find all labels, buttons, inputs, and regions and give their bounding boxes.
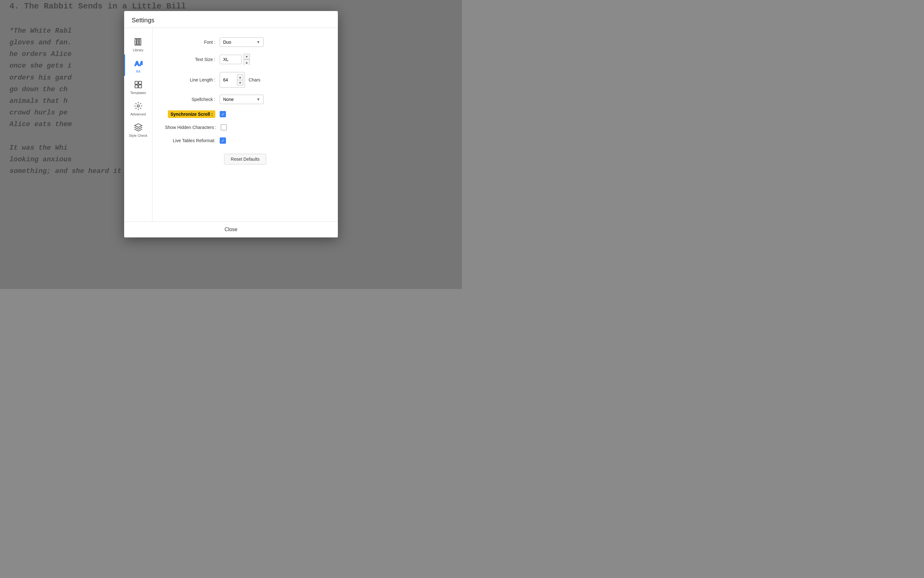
svg-rect-4: [135, 81, 138, 84]
live-tables-label: Live Tables Reformat:: [165, 138, 215, 143]
svg-rect-6: [135, 85, 138, 88]
live-tables-checkmark: ✓: [221, 139, 225, 143]
line-length-control: 64 ▲ ▼ Chars: [220, 72, 260, 88]
line-length-value-box: 64 ▲ ▼: [220, 72, 245, 88]
svg-point-8: [137, 105, 139, 107]
sidebar-item-templates[interactable]: Templates: [124, 76, 152, 97]
svg-text:AA: AA: [134, 60, 143, 67]
templates-icon: [133, 80, 143, 89]
stylecheck-icon: [133, 122, 143, 132]
close-button[interactable]: Close: [124, 222, 338, 237]
text-size-down-button[interactable]: ▼: [244, 54, 250, 59]
svg-rect-7: [139, 85, 141, 88]
show-hidden-row: Show Hidden Characters :: [165, 124, 325, 130]
svg-rect-1: [137, 39, 139, 45]
line-length-row: Line Length : 64 ▲ ▼ Chars: [165, 72, 325, 88]
line-length-up-button[interactable]: ▲: [237, 74, 243, 80]
text-size-up-button[interactable]: ▲: [244, 59, 250, 65]
text-size-row: Text Size : XL ▼ ▲: [165, 54, 325, 65]
live-tables-checkbox[interactable]: ✓: [220, 137, 226, 144]
sync-scroll-control: ✓: [220, 111, 226, 117]
sync-scroll-highlight: Synchronize Scroll :: [168, 110, 215, 118]
font-select[interactable]: Duo ▼: [220, 37, 264, 47]
font-chevron-icon: ▼: [256, 40, 260, 44]
modal-body: Library AA AA: [124, 28, 338, 221]
modal-title: Settings: [132, 17, 154, 24]
sync-scroll-label: Synchronize Scroll :: [165, 112, 215, 117]
live-tables-row: Live Tables Reformat: ✓: [165, 137, 325, 144]
spellcheck-label: Spellcheck :: [165, 97, 215, 102]
live-tables-control: ✓: [220, 137, 226, 144]
modal-header: Settings: [124, 11, 338, 28]
sidebar-font-label: AA: [136, 70, 141, 73]
show-hidden-checkbox[interactable]: [221, 124, 227, 130]
line-length-stepper: ▲ ▼: [237, 74, 243, 86]
font-control: Duo ▼: [220, 37, 264, 47]
reset-row: Reset Defaults: [165, 154, 325, 164]
reset-defaults-button[interactable]: Reset Defaults: [224, 154, 266, 164]
font-select-value: Duo: [223, 40, 231, 45]
show-hidden-control: [221, 124, 227, 130]
sidebar-item-stylecheck[interactable]: Style Check: [124, 119, 152, 140]
line-length-value: 64: [223, 77, 228, 83]
line-length-down-button[interactable]: ▼: [237, 80, 243, 86]
sidebar-item-advanced[interactable]: Advanced: [124, 97, 152, 119]
svg-rect-5: [139, 81, 141, 84]
modal-backdrop: Settings Library: [0, 0, 462, 289]
spellcheck-row: Spellcheck : None ▼: [165, 95, 325, 104]
svg-rect-0: [135, 39, 136, 45]
sidebar-item-font[interactable]: AA AA: [124, 54, 152, 76]
text-size-control: XL ▼ ▲: [220, 54, 250, 65]
show-hidden-label: Show Hidden Characters :: [165, 125, 216, 130]
sync-scroll-checkbox[interactable]: ✓: [220, 111, 226, 117]
text-size-label: Text Size :: [165, 57, 215, 62]
sidebar-item-library[interactable]: Library: [124, 33, 152, 54]
sidebar: Library AA AA: [124, 28, 152, 221]
text-size-stepper: ▼ ▲: [244, 54, 250, 65]
line-length-label: Line Length :: [165, 77, 215, 83]
svg-rect-2: [139, 39, 141, 45]
sync-scroll-checkmark: ✓: [221, 112, 225, 116]
font-row: Font : Duo ▼: [165, 37, 325, 47]
font-label: Font :: [165, 40, 215, 45]
text-size-value-box: XL: [220, 55, 242, 64]
settings-content: Font : Duo ▼ Text Size : XL: [152, 28, 338, 221]
sidebar-templates-label: Templates: [130, 91, 146, 95]
text-size-value: XL: [223, 57, 228, 62]
settings-modal: Settings Library: [124, 11, 338, 237]
spellcheck-value: None: [223, 97, 233, 102]
sync-scroll-row: Synchronize Scroll : ✓: [165, 111, 325, 117]
spellcheck-chevron-icon: ▼: [256, 97, 260, 102]
sidebar-advanced-label: Advanced: [130, 112, 146, 116]
font-icon: AA: [133, 58, 143, 68]
sidebar-stylecheck-label: Style Check: [129, 134, 147, 137]
advanced-icon: [133, 101, 143, 111]
sidebar-library-label: Library: [133, 48, 144, 52]
library-icon: [133, 37, 143, 47]
modal-footer: Close: [124, 221, 338, 237]
spellcheck-select[interactable]: None ▼: [220, 95, 264, 104]
chars-label: Chars: [249, 77, 260, 83]
spellcheck-control: None ▼: [220, 95, 264, 104]
